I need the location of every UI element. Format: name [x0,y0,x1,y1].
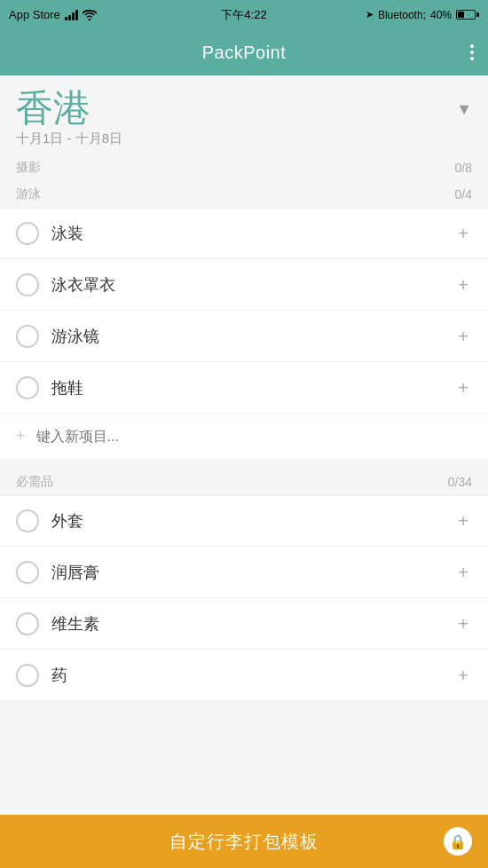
item-add-button-5[interactable]: + [454,509,472,533]
item-label-3: 游泳镜 [51,326,454,347]
item-add-button-8[interactable]: + [454,663,472,688]
bottom-bar-label: 自定行李打包模板 [169,830,319,854]
trip-dropdown-button[interactable]: ▼ [456,100,472,119]
lock-icon: 🔒 [449,833,467,850]
signal-icon [65,10,78,20]
bluetooth-icon: Bluetooth; [378,9,426,21]
item-label-5: 外套 [51,510,454,532]
battery-percent: 40% [430,9,452,21]
trip-dates: 十月1日 - 十月8日 [16,130,122,147]
bottom-bar[interactable]: 自定行李打包模板 🔒 [0,815,488,868]
status-time: 下午4:22 [221,7,266,23]
category-row-photography[interactable]: 摄影 0/8 [0,154,488,181]
category-count-photography: 0/8 [455,161,472,175]
add-new-input[interactable] [36,429,472,445]
category-row-swimming[interactable]: 游泳 0/4 [0,181,488,208]
item-add-button-4[interactable]: + [454,375,472,400]
list-item: 外套 + [0,495,488,547]
trip-title[interactable]: 香港 [16,88,122,129]
list-item: 游泳镜 + [0,311,488,362]
carrier-label: App Store [9,8,60,21]
status-right: ➤ Bluetooth; 40% [366,9,479,21]
lock-badge: 🔒 [444,827,472,856]
trip-header: 香港 十月1日 - 十月8日 ▼ [0,75,488,154]
app-title: PackPoint [202,43,287,63]
list-item: 泳衣罩衣 + [0,259,488,311]
item-add-button-6[interactable]: + [454,560,472,585]
menu-dot-2 [470,51,474,54]
add-new-plus-icon: + [16,427,26,446]
list-item: 泳装 + [0,208,488,259]
item-checkbox-5[interactable] [16,509,39,533]
item-label-4: 拖鞋 [51,377,454,398]
category-row-essentials[interactable]: 必需品 0/34 [0,469,488,495]
add-new-row[interactable]: + [0,414,488,460]
status-left: App Store [9,8,97,21]
item-checkbox-7[interactable] [16,612,39,635]
list-item: 药 + [0,650,488,701]
item-add-button-3[interactable]: + [454,324,472,349]
wifi-icon [83,10,97,20]
item-checkbox-6[interactable] [16,561,39,584]
item-checkbox-4[interactable] [16,376,39,399]
item-label-2: 泳衣罩衣 [51,274,454,296]
essentials-items-group: 外套 + 润唇膏 + 维生素 + 药 + [0,495,488,701]
item-checkbox-1[interactable] [16,222,39,245]
list-item: 维生素 + [0,598,488,650]
category-label-photography: 摄影 [16,160,41,176]
list-item: 润唇膏 + [0,547,488,598]
item-add-button-7[interactable]: + [454,612,472,636]
status-bar: App Store 下午4:22 ➤ Bluetooth; 40% [0,0,488,29]
menu-dot-3 [470,57,474,60]
item-checkbox-2[interactable] [16,273,39,296]
item-label-7: 维生素 [51,613,454,635]
location-icon: ➤ [366,9,374,20]
battery-icon [456,10,479,20]
trip-info: 香港 十月1日 - 十月8日 [16,88,122,147]
menu-dot-1 [470,44,474,48]
item-label-6: 润唇膏 [51,562,454,583]
swimming-items-group: 泳装 + 泳衣罩衣 + 游泳镜 + 拖鞋 + [0,208,488,414]
item-label-8: 药 [51,665,454,686]
item-checkbox-3[interactable] [16,325,39,348]
item-add-button-2[interactable]: + [454,272,472,297]
category-count-essentials: 0/34 [448,475,472,489]
item-label-1: 泳装 [51,223,454,244]
item-add-button-1[interactable]: + [454,221,472,246]
category-count-swimming: 0/4 [455,187,472,201]
content-area: 香港 十月1日 - 十月8日 ▼ 摄影 0/8 游泳 0/4 泳装 + 泳衣罩衣… [0,75,488,815]
list-item: 拖鞋 + [0,362,488,414]
category-label-swimming: 游泳 [16,186,41,202]
nav-bar: PackPoint [0,29,488,75]
nav-menu-button[interactable] [470,44,474,60]
category-label-essentials: 必需品 [16,474,53,490]
section-divider [0,460,488,469]
item-checkbox-8[interactable] [16,664,39,687]
